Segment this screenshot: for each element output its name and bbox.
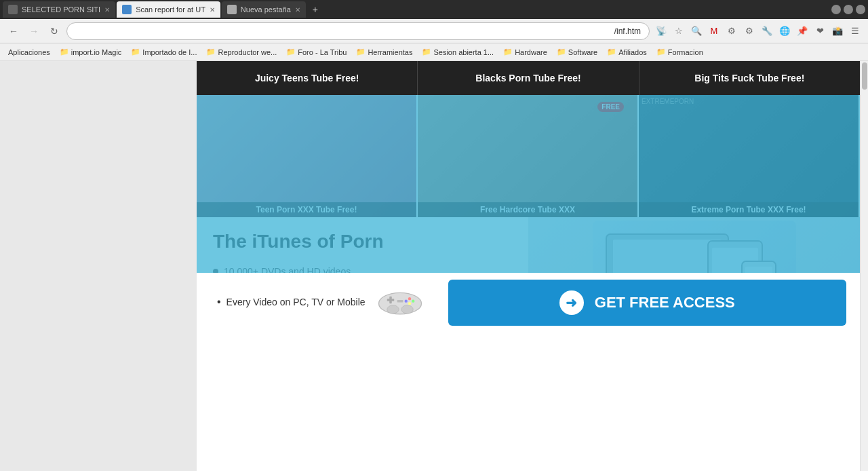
url-path: /inf.htm xyxy=(614,26,641,36)
svg-point-16 xyxy=(408,301,410,304)
bottom-bar: • Every Video on PC, TV or Mobile xyxy=(197,273,860,333)
forward-button[interactable]: → xyxy=(26,23,42,39)
extension1-icon[interactable]: ⚙ xyxy=(724,24,739,39)
tab1-close[interactable]: ✕ xyxy=(104,6,110,14)
bookmark-importio[interactable]: 📁 import.io Magic xyxy=(56,46,126,58)
title-bar: SELECTED PORN SITI ✕ Scan report for at … xyxy=(0,0,868,19)
bookmark-herramientas-label: Herramientas xyxy=(368,48,412,56)
settings-icon[interactable]: ⚙ xyxy=(742,24,757,39)
url-bar[interactable]: /inf.htm xyxy=(66,22,650,40)
tab-selected-porn[interactable]: SELECTED PORN SITI ✕ xyxy=(3,1,115,18)
bookmark-importio-label: import.io Magic xyxy=(71,48,122,56)
star-icon[interactable]: ☆ xyxy=(671,24,686,39)
bookmark-foro[interactable]: 📁 Foro - La Tribu xyxy=(282,46,351,58)
tab-scan-report[interactable]: Scan report for at UT ✕ xyxy=(117,1,220,18)
every-video-section: • Every Video on PC, TV or Mobile xyxy=(217,296,366,309)
cta-label: GET FREE ACCESS xyxy=(595,294,735,312)
bookmark-sesion[interactable]: 📁 Sesion abierta 1... xyxy=(418,46,498,58)
svg-rect-19 xyxy=(397,299,403,302)
folder-icon: 📁 xyxy=(656,48,666,56)
extension3-icon[interactable]: 🌐 xyxy=(777,24,792,39)
banner-blacks-porn[interactable]: Blacks Porn Tube Free! xyxy=(418,61,639,95)
main-area: Juicy Teens Tube Free! Blacks Porn Tube … xyxy=(0,61,868,471)
bookmarks-bar: Aplicaciones 📁 import.io Magic 📁 Importa… xyxy=(0,43,868,61)
image-cell-teen[interactable]: Teen Porn XXX Tube Free! xyxy=(197,95,418,217)
folder-icon: 📁 xyxy=(557,48,566,56)
banner-juicy-teens[interactable]: Juicy Teens Tube Free! xyxy=(197,61,418,95)
folder-icon: 📁 xyxy=(503,48,513,56)
bookmark-formacion[interactable]: 📁 Formacion xyxy=(652,46,707,58)
tab2-close[interactable]: ✕ xyxy=(210,6,215,14)
cta-arrow-icon: ➜ xyxy=(559,290,584,315)
page-content: Juicy Teens Tube Free! Blacks Porn Tube … xyxy=(197,61,860,471)
promo-item-4-text: Every Video on PC, TV or Mobile xyxy=(226,297,366,307)
banner-bigtits-label: Big Tits Fuck Tube Free! xyxy=(694,73,804,83)
bookmark-reproductor[interactable]: 📁 Reproductor we... xyxy=(202,46,281,58)
svg-point-17 xyxy=(387,305,399,313)
new-tab-button[interactable]: + xyxy=(307,1,323,18)
extreme-watermark: EXTREMEPORN xyxy=(642,98,694,105)
zoom-icon[interactable]: 🔍 xyxy=(689,24,704,39)
image-cell-hardcore-label: Free Hardcore Tube XXX xyxy=(418,202,637,217)
image-cell-teen-label: Teen Porn XXX Tube Free! xyxy=(197,202,416,217)
cast-icon[interactable]: 📡 xyxy=(654,24,669,39)
banner-row: Juicy Teens Tube Free! Blacks Porn Tube … xyxy=(197,61,860,95)
bullet-dark: • xyxy=(217,296,221,308)
svg-rect-12 xyxy=(389,296,392,303)
free-badge: FREE xyxy=(597,102,624,112)
extension5-icon[interactable]: ❤ xyxy=(812,24,827,39)
scrollbar[interactable] xyxy=(860,61,868,471)
svg-point-10 xyxy=(378,293,421,314)
gmail-icon[interactable]: M xyxy=(707,24,722,39)
every-video-text: Every Video on PC, TV or Mobile xyxy=(226,296,366,309)
folder-icon: 📁 xyxy=(60,48,69,56)
bookmark-hardware-label: Hardware xyxy=(515,48,547,56)
tab3-favicon xyxy=(227,5,237,14)
tab3-close[interactable]: ✕ xyxy=(295,6,300,14)
tab-nueva-pestana[interactable]: Nueva pestaña ✕ xyxy=(222,1,306,18)
bookmark-importado[interactable]: 📁 Importado de I... xyxy=(127,46,201,58)
image-cell-hardcore[interactable]: FREE Free Hardcore Tube XXX xyxy=(418,95,639,217)
image-cell-extreme-label: Extreme Porn Tube XXX Free! xyxy=(639,202,859,217)
tab3-label: Nueva pestaña xyxy=(241,5,291,14)
reload-button[interactable]: ↻ xyxy=(46,23,62,39)
menu-icon[interactable]: ☰ xyxy=(848,24,863,39)
svg-point-15 xyxy=(404,299,407,302)
bottom-section: The iTunes of Porn 10,000+ DVDs and HD v… xyxy=(197,217,860,333)
bookmark-importado-label: Importado de I... xyxy=(142,48,197,56)
cta-button[interactable]: ➜ GET FREE ACCESS xyxy=(448,280,846,326)
bookmark-aplicaciones[interactable]: Aplicaciones xyxy=(4,47,54,58)
extension2-icon[interactable]: 🔧 xyxy=(760,24,774,39)
controller-section xyxy=(376,286,424,320)
bookmark-aplicaciones-label: Aplicaciones xyxy=(8,48,50,56)
bookmark-herramientas[interactable]: 📁 Herramientas xyxy=(352,46,416,58)
banner-big-tits[interactable]: Big Tits Fuck Tube Free! xyxy=(639,61,860,95)
tab1-label: SELECTED PORN SITI xyxy=(22,5,100,14)
back-button[interactable]: ← xyxy=(5,23,22,39)
image-cell-extreme[interactable]: EXTREMEPORN Extreme Porn Tube XXX Free! xyxy=(639,95,860,217)
bookmark-hardware[interactable]: 📁 Hardware xyxy=(499,46,551,58)
toolbar-icons: 📡 ☆ 🔍 M ⚙ ⚙ 🔧 🌐 📌 ❤ 📸 ☰ xyxy=(654,24,863,39)
bookmark-afiliados-label: Afiliados xyxy=(618,48,647,56)
bookmark-foro-label: Foro - La Tribu xyxy=(298,48,347,56)
bookmark-software-label: Software xyxy=(568,48,597,56)
folder-icon: 📁 xyxy=(607,48,616,56)
maximize-button[interactable] xyxy=(844,5,853,14)
scrollbar-thumb[interactable] xyxy=(862,62,867,90)
close-window-button[interactable] xyxy=(856,5,865,14)
tab2-favicon xyxy=(122,5,132,14)
promo-title: The iTunes of Porn xyxy=(213,231,512,252)
svg-point-18 xyxy=(401,305,413,313)
extension6-icon[interactable]: 📸 xyxy=(830,24,845,39)
bookmark-sesion-label: Sesion abierta 1... xyxy=(433,48,494,56)
folder-icon: 📁 xyxy=(286,48,296,56)
minimize-button[interactable] xyxy=(831,5,841,14)
tab1-favicon xyxy=(8,5,18,14)
bookmark-reproductor-label: Reproductor we... xyxy=(218,48,277,56)
folder-icon: 📁 xyxy=(131,48,140,56)
controller-svg xyxy=(376,286,424,317)
bookmark-afiliados[interactable]: 📁 Afiliados xyxy=(603,46,651,58)
extension4-icon[interactable]: 📌 xyxy=(795,24,810,39)
banner-blacks-label: Blacks Porn Tube Free! xyxy=(475,73,580,83)
bookmark-software[interactable]: 📁 Software xyxy=(553,46,601,58)
